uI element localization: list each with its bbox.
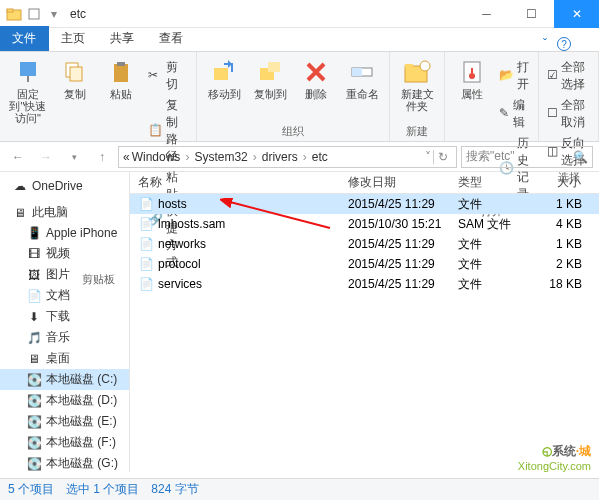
- rename-button[interactable]: 重命名: [341, 56, 383, 102]
- scissors-icon: ✂: [148, 68, 163, 84]
- ribbon-tabs: 文件 主页 共享 查看 ˇ ?: [0, 28, 599, 52]
- copyto-button[interactable]: 复制到: [249, 56, 291, 102]
- sidebar-diskf[interactable]: 💽本地磁盘 (F:): [0, 432, 129, 453]
- minimize-button[interactable]: ─: [464, 0, 509, 28]
- up-button[interactable]: ↑: [90, 145, 114, 169]
- sidebar: ☁OneDrive 🖥此电脑 📱Apple iPhone 🎞视频 🖼图片 📄文档…: [0, 172, 130, 472]
- tab-view[interactable]: 查看: [147, 26, 196, 51]
- sidebar-desktop[interactable]: 🖥桌面: [0, 348, 129, 369]
- selectnone-button[interactable]: ☐全部取消: [545, 96, 592, 132]
- column-headers: 名称 修改日期 类型 大小: [130, 172, 599, 194]
- refresh-button[interactable]: ↻: [433, 150, 452, 164]
- col-name[interactable]: 名称: [130, 174, 340, 191]
- search-input[interactable]: 搜索"etc" 🔍: [461, 146, 593, 168]
- file-icon: 📄: [138, 216, 154, 232]
- sidebar-diskd[interactable]: 💽本地磁盘 (D:): [0, 390, 129, 411]
- file-icon: 📄: [138, 236, 154, 252]
- newfolder-button[interactable]: 新建文件夹: [396, 56, 438, 114]
- qat-dropdown-icon[interactable]: ▾: [46, 6, 62, 22]
- music-icon: 🎵: [26, 330, 42, 346]
- moveto-button[interactable]: 移动到: [203, 56, 245, 102]
- col-type[interactable]: 类型: [450, 174, 530, 191]
- selectall-icon: ☑: [547, 68, 558, 84]
- sidebar-thispc[interactable]: 🖥此电脑: [0, 202, 129, 223]
- video-icon: 🎞: [26, 246, 42, 262]
- file-icon: 📄: [138, 196, 154, 212]
- delete-button[interactable]: 删除: [295, 56, 337, 102]
- edit-button[interactable]: ✎编辑: [497, 96, 532, 132]
- tab-home[interactable]: 主页: [49, 26, 98, 51]
- svg-rect-12: [352, 68, 362, 76]
- forward-button[interactable]: →: [34, 145, 58, 169]
- open-icon: 📂: [499, 68, 514, 84]
- cut-button[interactable]: ✂剪切: [146, 58, 191, 94]
- copyto-icon: [256, 58, 284, 86]
- properties-icon: [458, 58, 486, 86]
- copy-button[interactable]: 复制: [54, 56, 96, 102]
- disk-icon: 💽: [26, 393, 42, 409]
- maximize-button[interactable]: ☐: [509, 0, 554, 28]
- copy-icon: [61, 58, 89, 86]
- sidebar-onedrive[interactable]: ☁OneDrive: [0, 176, 129, 196]
- newfolder-icon: [403, 58, 431, 86]
- ribbon-collapse-button[interactable]: ˇ ?: [543, 37, 599, 52]
- sidebar-downloads[interactable]: ⬇下载: [0, 306, 129, 327]
- status-bar: 5 个项目 选中 1 个项目 824 字节: [0, 478, 599, 500]
- status-size: 824 字节: [151, 481, 198, 498]
- col-size[interactable]: 大小: [530, 174, 590, 191]
- sidebar-videos[interactable]: 🎞视频: [0, 243, 129, 264]
- sidebar-documents[interactable]: 📄文档: [0, 285, 129, 306]
- sidebar-music[interactable]: 🎵音乐: [0, 327, 129, 348]
- back-button[interactable]: ←: [6, 145, 30, 169]
- ribbon: 固定到"快速访问" 复制 粘贴 ✂剪切 📋复制路径 🔗粘贴快捷方式 剪贴板 移动…: [0, 52, 599, 142]
- breadcrumb-item[interactable]: System32: [194, 150, 247, 164]
- dropdown-icon[interactable]: ˅: [425, 150, 431, 164]
- status-items: 5 个项目: [8, 481, 54, 498]
- table-row[interactable]: 📄hosts2015/4/25 11:29文件1 KB: [130, 194, 599, 214]
- paste-icon: [107, 58, 135, 86]
- tab-share[interactable]: 共享: [98, 26, 147, 51]
- cloud-icon: ☁: [12, 178, 28, 194]
- recent-button[interactable]: ▾: [62, 145, 86, 169]
- selectall-button[interactable]: ☑全部选择: [545, 58, 592, 94]
- svg-point-17: [469, 73, 475, 79]
- svg-point-15: [420, 61, 430, 71]
- table-row[interactable]: 📄lmhosts.sam2015/10/30 15:21SAM 文件4 KB: [130, 214, 599, 234]
- paste-button[interactable]: 粘贴: [100, 56, 142, 102]
- moveto-icon: [210, 58, 238, 86]
- pc-icon: 🖥: [12, 205, 28, 221]
- sidebar-diskc[interactable]: 💽本地磁盘 (C:): [0, 369, 129, 390]
- col-date[interactable]: 修改日期: [340, 174, 450, 191]
- svg-rect-14: [405, 64, 413, 68]
- sidebar-iphone[interactable]: 📱Apple iPhone: [0, 223, 129, 243]
- close-button[interactable]: ✕: [554, 0, 599, 28]
- sidebar-diske[interactable]: 💽本地磁盘 (E:): [0, 411, 129, 432]
- qat-icon[interactable]: [26, 6, 42, 22]
- table-row[interactable]: 📄networks2015/4/25 11:29文件1 KB: [130, 234, 599, 254]
- sidebar-diskg[interactable]: 💽本地磁盘 (G:): [0, 453, 129, 472]
- properties-button[interactable]: 属性: [451, 56, 493, 102]
- svg-rect-5: [70, 67, 82, 81]
- svg-rect-8: [214, 68, 228, 80]
- pin-button[interactable]: 固定到"快速访问": [6, 56, 50, 126]
- sidebar-pictures[interactable]: 🖼图片: [0, 264, 129, 285]
- breadcrumb-root-icon: «: [123, 150, 130, 164]
- table-row[interactable]: 📄services2015/4/25 11:29文件18 KB: [130, 274, 599, 294]
- status-selected: 选中 1 个项目: [66, 481, 139, 498]
- path-icon: 📋: [148, 123, 163, 139]
- svg-rect-1: [7, 9, 13, 12]
- download-icon: ⬇: [26, 309, 42, 325]
- pin-icon: [14, 58, 42, 86]
- file-icon: 📄: [138, 276, 154, 292]
- table-row[interactable]: 📄protocol2015/4/25 11:29文件2 KB: [130, 254, 599, 274]
- svg-rect-10: [268, 62, 280, 72]
- tab-file[interactable]: 文件: [0, 26, 49, 51]
- open-button[interactable]: 📂打开: [497, 58, 532, 94]
- delete-icon: [302, 58, 330, 86]
- breadcrumb[interactable]: « Windows› System32› drivers› etc ˅ ↻: [118, 146, 457, 168]
- phone-icon: 📱: [26, 225, 42, 241]
- breadcrumb-item[interactable]: etc: [312, 150, 328, 164]
- svg-rect-2: [29, 9, 39, 19]
- breadcrumb-item[interactable]: drivers: [262, 150, 298, 164]
- breadcrumb-item[interactable]: Windows: [132, 150, 181, 164]
